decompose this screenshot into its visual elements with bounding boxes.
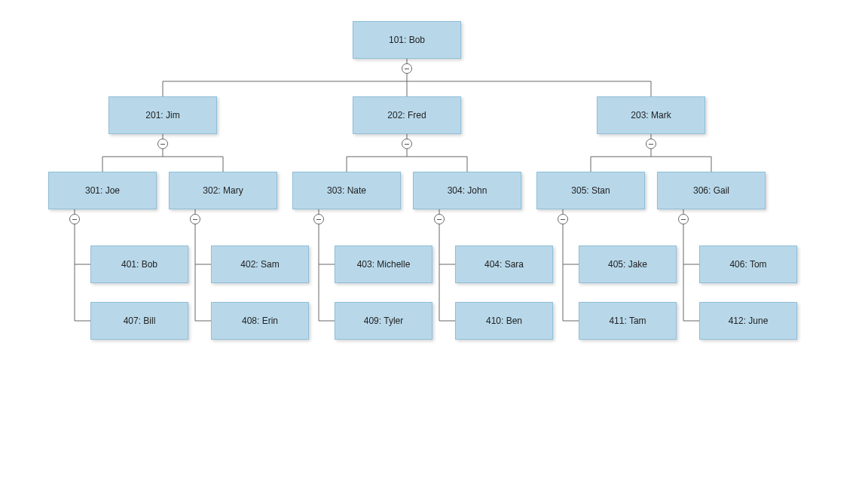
node-202[interactable]: 202: Fred [353,96,461,134]
node-402[interactable]: 402: Sam [211,246,309,283]
node-406[interactable]: 406: Tom [699,246,797,283]
node-label: 301: Joe [85,185,120,196]
node-302[interactable]: 302: Mary [169,172,277,209]
collapse-toggle-302[interactable] [190,214,200,224]
collapse-toggle-301[interactable] [69,214,80,224]
node-303[interactable]: 303: Nate [292,172,401,209]
node-label: 101: Bob [389,35,425,45]
node-401[interactable]: 401: Bob [90,246,188,283]
node-label: 401: Bob [121,259,157,270]
node-label: 405: Jake [608,259,647,270]
node-label: 404: Sara [484,259,524,270]
node-label: 412: June [729,316,769,326]
collapse-toggle-201[interactable] [157,139,168,149]
collapse-toggle-202[interactable] [402,139,412,149]
node-407[interactable]: 407: Bill [90,302,188,340]
node-412[interactable]: 412: June [699,302,797,340]
node-203[interactable]: 203: Mark [597,96,705,134]
node-label: 202: Fred [387,110,426,120]
node-label: 302: Mary [203,185,243,196]
node-101[interactable]: 101: Bob [353,21,461,59]
node-306[interactable]: 306: Gail [657,172,766,209]
node-label: 406: Tom [729,259,766,270]
collapse-toggle-305[interactable] [558,214,568,224]
node-408[interactable]: 408: Erin [211,302,309,340]
node-label: 304: John [448,185,487,196]
node-label: 411: Tam [609,316,646,326]
node-label: 409: Tyler [364,316,403,326]
node-411[interactable]: 411: Tam [579,302,677,340]
node-201[interactable]: 201: Jim [108,96,217,134]
node-label: 402: Sam [240,259,279,270]
connector-lines [0,0,868,488]
node-305[interactable]: 305: Stan [536,172,645,209]
node-304[interactable]: 304: John [413,172,521,209]
collapse-toggle-306[interactable] [678,214,689,224]
node-label: 407: Bill [124,316,156,326]
collapse-toggle-101[interactable] [402,63,412,74]
node-405[interactable]: 405: Jake [579,246,677,283]
collapse-toggle-203[interactable] [646,139,656,149]
node-label: 303: Nate [327,185,366,196]
node-403[interactable]: 403: Michelle [335,246,432,283]
node-label: 306: Gail [693,185,729,196]
node-404[interactable]: 404: Sara [455,246,553,283]
node-label: 410: Ben [486,316,522,326]
node-label: 305: Stan [571,185,610,196]
node-label: 408: Erin [242,316,278,326]
collapse-toggle-304[interactable] [434,214,445,224]
node-301[interactable]: 301: Joe [48,172,157,209]
node-label: 203: Mark [631,110,671,120]
node-label: 201: Jim [145,110,179,120]
org-chart: 101: Bob 201: Jim 202: Fred 203: Mark 30… [0,0,868,488]
node-410[interactable]: 410: Ben [455,302,553,340]
collapse-toggle-303[interactable] [313,214,324,224]
node-label: 403: Michelle [357,259,411,270]
node-409[interactable]: 409: Tyler [335,302,432,340]
